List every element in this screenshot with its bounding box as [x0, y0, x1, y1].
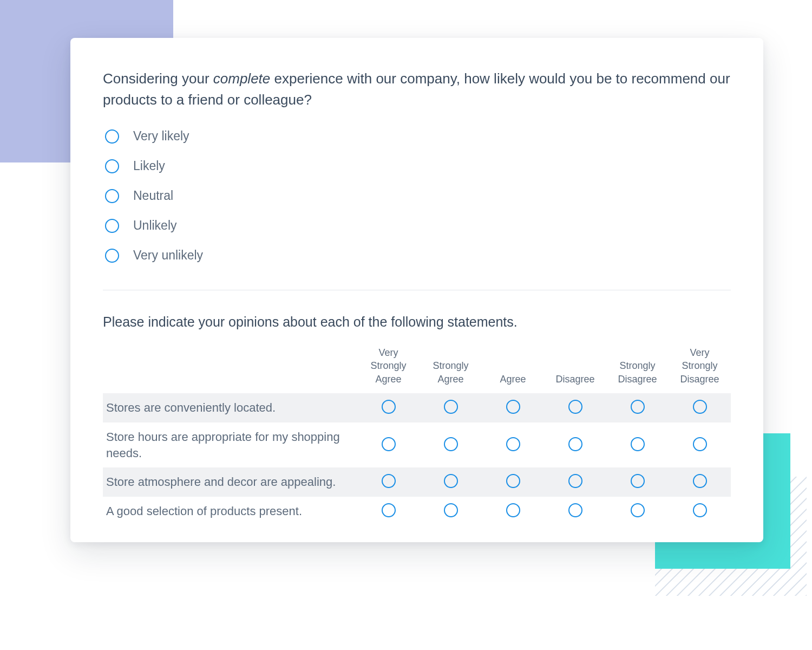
matrix-radio[interactable]	[631, 474, 645, 488]
matrix-radio[interactable]	[568, 437, 582, 451]
matrix-radio[interactable]	[693, 437, 707, 451]
matrix-row: A good selection of products present.	[103, 497, 731, 526]
matrix-radio[interactable]	[506, 400, 520, 414]
matrix-radio[interactable]	[382, 437, 396, 451]
radio-option-unlikely[interactable]: Unlikely	[105, 218, 731, 233]
matrix-radio[interactable]	[631, 400, 645, 414]
divider	[103, 290, 731, 290]
matrix-corner	[103, 343, 357, 393]
question-2-text: Please indicate your opinions about each…	[103, 314, 731, 330]
matrix-col-header: Very Strongly Disagree	[669, 343, 731, 393]
matrix-row-label: Store hours are appropriate for my shopp…	[103, 422, 357, 467]
matrix-col-header: Strongly Agree	[420, 343, 482, 393]
matrix-col-header: Disagree	[544, 343, 606, 393]
matrix-col-header: Agree	[482, 343, 544, 393]
radio-option-very-likely[interactable]: Very likely	[105, 129, 731, 144]
matrix-row: Store atmosphere and decor are appealing…	[103, 467, 731, 497]
matrix-radio[interactable]	[444, 400, 458, 414]
radio-icon	[105, 249, 119, 263]
radio-label: Very likely	[133, 129, 189, 144]
matrix-radio[interactable]	[568, 503, 582, 517]
matrix-header-row: Very Strongly Agree Strongly Agree Agree…	[103, 343, 731, 393]
radio-icon	[105, 219, 119, 233]
matrix-row-label: A good selection of products present.	[103, 497, 357, 526]
matrix-radio[interactable]	[631, 437, 645, 451]
radio-icon	[105, 129, 119, 144]
matrix-col-header: Very Strongly Agree	[357, 343, 420, 393]
matrix-radio[interactable]	[444, 474, 458, 488]
matrix-radio[interactable]	[568, 474, 582, 488]
matrix-row-label: Stores are conveniently located.	[103, 393, 357, 422]
q1-prefix: Considering your	[103, 70, 213, 87]
matrix-radio[interactable]	[382, 474, 396, 488]
radio-option-likely[interactable]: Likely	[105, 159, 731, 173]
matrix-radio[interactable]	[382, 400, 396, 414]
matrix-radio[interactable]	[693, 474, 707, 488]
question-1-text: Considering your complete experience wit…	[103, 68, 731, 110]
radio-option-very-unlikely[interactable]: Very unlikely	[105, 248, 731, 263]
matrix-row: Store hours are appropriate for my shopp…	[103, 422, 731, 467]
radio-label: Very unlikely	[133, 248, 203, 263]
matrix-radio[interactable]	[382, 503, 396, 517]
survey-card: Considering your complete experience wit…	[70, 38, 763, 542]
matrix-radio[interactable]	[506, 474, 520, 488]
q1-emphasis: complete	[213, 70, 271, 87]
radio-label: Likely	[133, 159, 165, 173]
radio-option-neutral[interactable]: Neutral	[105, 188, 731, 203]
matrix-row: Stores are conveniently located.	[103, 393, 731, 422]
matrix-radio[interactable]	[506, 503, 520, 517]
matrix-table: Very Strongly Agree Strongly Agree Agree…	[103, 343, 731, 526]
radio-icon	[105, 159, 119, 173]
matrix-col-header: Strongly Disagree	[606, 343, 669, 393]
matrix-radio[interactable]	[444, 437, 458, 451]
matrix-radio[interactable]	[506, 437, 520, 451]
matrix-radio[interactable]	[568, 400, 582, 414]
radio-label: Unlikely	[133, 218, 177, 233]
matrix-row-label: Store atmosphere and decor are appealing…	[103, 467, 357, 497]
question-1-options: Very likely Likely Neutral Unlikely Very…	[105, 129, 731, 263]
matrix-radio[interactable]	[693, 503, 707, 517]
matrix-radio[interactable]	[693, 400, 707, 414]
radio-label: Neutral	[133, 188, 173, 203]
matrix-radio[interactable]	[631, 503, 645, 517]
matrix-radio[interactable]	[444, 503, 458, 517]
radio-icon	[105, 189, 119, 203]
